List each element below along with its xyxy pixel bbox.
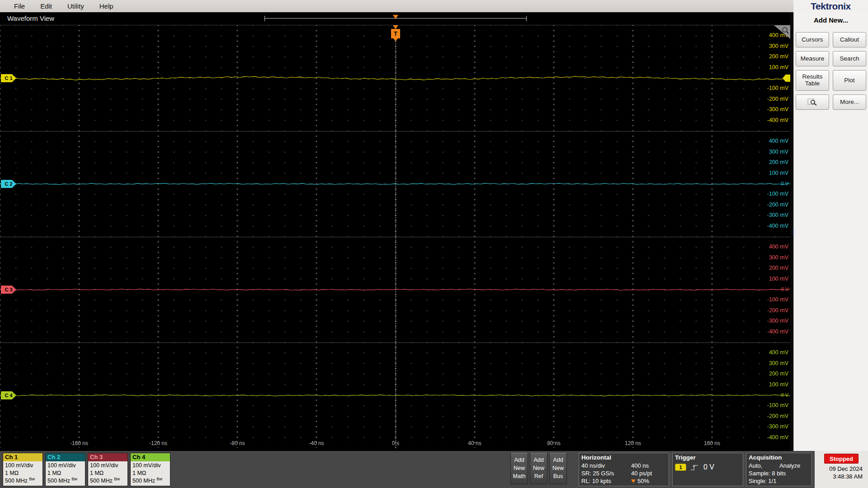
channel-1-card-body: 100 mV/div 1 MΩ 500 MHz Bw [3, 461, 42, 485]
trigger-flag-bottom [393, 38, 398, 41]
bottom-status-bar: Ch 1 100 mV/div 1 MΩ 500 MHz Bw Ch 2 100… [0, 451, 868, 488]
callout-button[interactable]: Callout [833, 32, 866, 47]
graticule[interactable]: T -160 ns-120 ns-80 ns-40 ns0 s40 ns80 n… [0, 25, 790, 448]
channel-3-card-header: Ch 3 [88, 453, 127, 461]
rising-edge-icon [690, 464, 699, 471]
channel-2-card[interactable]: Ch 2 100 mV/div 1 MΩ 500 MHz Bw [45, 453, 85, 486]
channel-2-card-body: 100 mV/div 1 MΩ 500 MHz Bw [46, 461, 85, 485]
channel-4-bandwidth: 500 MHz Bw [132, 477, 168, 485]
add-new-heading: Add New... [794, 16, 868, 24]
channel-1-impedance: 1 MΩ [5, 469, 41, 477]
horizontal-panel[interactable]: Horizontal 40 ns/div400 ns SR: 25 GS/s40… [579, 453, 669, 486]
trace-channel-2 [0, 183, 790, 185]
channel-3-impedance: 1 MΩ [90, 469, 126, 477]
top-header: File Edit Utility Help Tektronix [0, 0, 868, 12]
menu-help[interactable]: Help [92, 0, 121, 12]
stopped-button[interactable]: Stopped [824, 454, 859, 464]
tektronix-logo: Tektronix [811, 1, 850, 12]
splitter-handle-icon[interactable]: ⋮⋮ [790, 228, 793, 235]
channel-3-card[interactable]: Ch 3 100 mV/div 1 MΩ 500 MHz Bw [88, 453, 128, 486]
trace-channel-3 [0, 289, 790, 291]
waveform-view-panel: Waveform View T -160 ns-120 ns-80 ns-40 … [0, 12, 790, 451]
channel-4-card-header: Ch 4 [131, 453, 170, 461]
trigger-flag-tip [393, 25, 398, 29]
plot-button[interactable]: Plot [833, 70, 866, 91]
channel-1-card[interactable]: Ch 1 100 mV/div 1 MΩ 500 MHz Bw [3, 453, 43, 486]
acquisition-sample: Sample: 8 bits [749, 469, 786, 477]
cursors-button[interactable]: Cursors [796, 32, 829, 47]
trigger-position-icon [631, 479, 636, 483]
add-new-math-button[interactable]: AddNewMath [510, 453, 528, 484]
add-new-ref-button[interactable]: AddNewRef [530, 453, 547, 484]
sidebar-button-grid: Cursors Callout Measure Search Results T… [794, 32, 868, 110]
channel-1-scale: 100 mV/div [5, 462, 41, 469]
channel-4-card-body: 100 mV/div 1 MΩ 500 MHz Bw [131, 461, 170, 485]
channel-1-card-header: Ch 1 [3, 453, 42, 461]
menu-file[interactable]: File [6, 0, 33, 12]
trigger-title: Trigger [675, 454, 741, 461]
channel-2-bandwidth: 500 MHz Bw [47, 477, 83, 485]
acquisition-analyze: Analyze [779, 462, 800, 469]
channel-1-bandwidth: 500 MHz Bw [5, 477, 41, 485]
magnifier-icon [781, 26, 789, 34]
magnifier-icon [807, 98, 817, 106]
brand-area: Tektronix [793, 0, 868, 12]
menu-bar: File Edit Utility Help [0, 0, 793, 12]
channel-3-bandwidth: 500 MHz Bw [90, 477, 126, 485]
trigger-flag[interactable]: T [391, 29, 400, 38]
waveform-view-header: Waveform View [0, 12, 790, 25]
search-button[interactable]: Search [833, 51, 866, 66]
sample-interval: 40 ps/pt [631, 469, 652, 477]
acquisition-title: Acquisition [749, 454, 809, 461]
zoom-overview-button[interactable] [774, 25, 790, 39]
channel-2-scale: 100 mV/div [47, 462, 83, 469]
trigger-position-marker[interactable] [393, 15, 398, 19]
acquisition-panel[interactable]: Acquisition Auto,Analyze Sample: 8 bits … [746, 453, 812, 486]
date-label: 09 Dec 2024 [829, 465, 863, 473]
waveform-view-title: Waveform View [7, 14, 54, 22]
run-status-area: Stopped 09 Dec 2024 3:48:38 AM [815, 451, 868, 488]
horizontal-title: Horizontal [581, 454, 666, 461]
acquisition-single: Single: 1/1 [749, 477, 776, 485]
channel-3-scale: 100 mV/div [90, 462, 126, 469]
sample-rate: SR: 25 GS/s [581, 469, 631, 477]
trace-channel-4 [0, 395, 790, 396]
record-length: RL: 10 kpts [581, 477, 631, 485]
trigger-panel[interactable]: Trigger 1 0 V [672, 453, 743, 486]
date-time: 09 Dec 2024 3:48:38 AM [829, 465, 868, 481]
horizontal-span: 400 ns [631, 462, 649, 469]
channel-4-card[interactable]: Ch 4 100 mV/div 1 MΩ 500 MHz Bw [130, 453, 170, 486]
horizontal-scale: 40 ns/div [581, 462, 631, 469]
menu-edit[interactable]: Edit [33, 0, 60, 12]
channel-2-card-header: Ch 2 [46, 453, 85, 461]
results-table-button[interactable]: Results Table [796, 70, 829, 91]
channel-4-impedance: 1 MΩ [132, 469, 168, 477]
trigger-source-badge: 1 [675, 464, 686, 471]
channel-3-card-body: 100 mV/div 1 MΩ 500 MHz Bw [88, 461, 127, 485]
add-new-bus-button[interactable]: AddNewBus [549, 453, 567, 484]
zoom-button[interactable] [796, 94, 829, 110]
time-label: 3:48:38 AM [829, 473, 863, 481]
menu-utility[interactable]: Utility [60, 0, 92, 12]
channel-4-scale: 100 mV/div [132, 462, 168, 469]
acquisition-mode: Auto, [749, 462, 779, 469]
more-button[interactable]: More... [833, 94, 866, 110]
trigger-level: 0 V [703, 463, 714, 471]
waveform-traces [0, 25, 790, 448]
panel-splitter[interactable]: ⋮⋮ [790, 12, 793, 451]
trigger-position: 50% [631, 477, 649, 485]
measure-button[interactable]: Measure [796, 51, 829, 66]
channel-2-impedance: 1 MΩ [47, 469, 83, 477]
right-sidebar: Add New... Cursors Callout Measure Searc… [793, 12, 868, 451]
